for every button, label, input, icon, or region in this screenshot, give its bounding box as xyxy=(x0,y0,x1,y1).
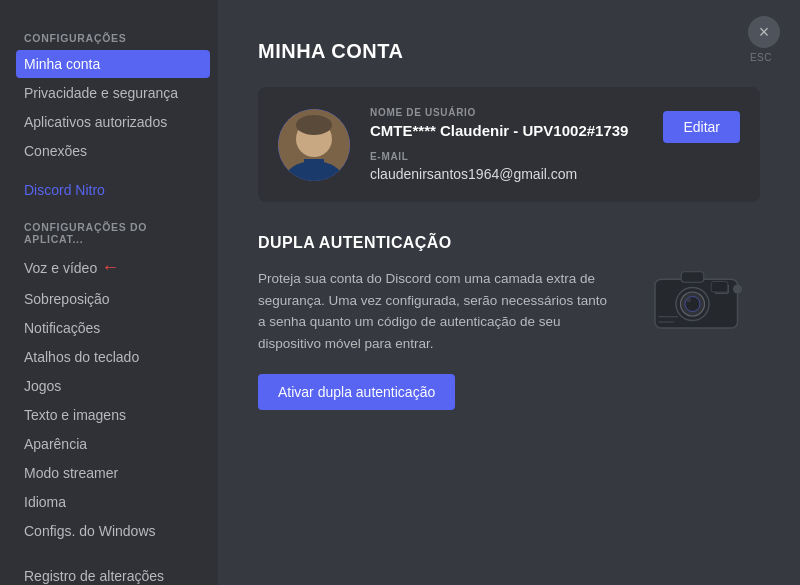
sidebar-section-configuracoes: CONFIGURAÇÕES Minha conta Privacidade e … xyxy=(16,20,210,166)
svg-point-9 xyxy=(687,298,692,303)
sidebar-item-notificacoes[interactable]: Notificações xyxy=(16,314,210,342)
twofa-content: Proteja sua conta do Discord com uma cam… xyxy=(258,268,760,410)
sidebar: CONFIGURAÇÕES Minha conta Privacidade e … xyxy=(0,0,218,585)
sidebar-section-label-configuracoes: CONFIGURAÇÕES xyxy=(16,20,210,48)
camera-illustration xyxy=(640,258,760,338)
avatar xyxy=(278,109,350,181)
svg-point-12 xyxy=(733,285,742,294)
twofa-section: DUPLA AUTENTICAÇÃO Proteja sua conta do … xyxy=(258,234,760,410)
sidebar-item-privacidade[interactable]: Privacidade e segurança xyxy=(16,79,210,107)
twofa-title: DUPLA AUTENTICAÇÃO xyxy=(258,234,760,252)
user-card: NOME DE USUÁRIO CMTE**** Claudenir - UPV… xyxy=(258,87,760,202)
svg-rect-13 xyxy=(711,282,728,293)
sidebar-item-aplicativos[interactable]: Aplicativos autorizados xyxy=(16,108,210,136)
edit-button[interactable]: Editar xyxy=(663,111,740,143)
sidebar-item-idioma[interactable]: Idioma xyxy=(16,488,210,516)
sidebar-item-jogos[interactable]: Jogos xyxy=(16,372,210,400)
sidebar-item-texto-imagens[interactable]: Texto e imagens xyxy=(16,401,210,429)
sidebar-item-atalhos[interactable]: Atalhos do teclado xyxy=(16,343,210,371)
sidebar-item-minha-conta[interactable]: Minha conta xyxy=(16,50,210,78)
main-content: × ESC MINHA CONTA NOME DE USUÁRIO CMTE**… xyxy=(218,0,800,585)
sidebar-item-configs-windows[interactable]: Configs. do Windows xyxy=(16,517,210,545)
sidebar-item-conexoes[interactable]: Conexões xyxy=(16,137,210,165)
sidebar-item-registro[interactable]: Registro de alterações xyxy=(16,562,210,585)
sidebar-item-modo-streamer[interactable]: Modo streamer xyxy=(16,459,210,487)
svg-point-3 xyxy=(296,115,332,135)
sidebar-item-aparencia[interactable]: Aparência xyxy=(16,430,210,458)
twofa-description: Proteja sua conta do Discord com uma cam… xyxy=(258,268,616,354)
sidebar-section-label-app: CONFIGURAÇÕES DO APLICAT... xyxy=(16,209,210,249)
email-value: claudenirsantos1964@gmail.com xyxy=(370,166,740,182)
sidebar-section-app: CONFIGURAÇÕES DO APLICAT... Voz e vídeo … xyxy=(16,209,210,546)
svg-rect-4 xyxy=(304,159,324,167)
page-title: MINHA CONTA xyxy=(258,40,760,63)
sidebar-item-sobreposicao[interactable]: Sobreposição xyxy=(16,285,210,313)
close-button[interactable]: × xyxy=(748,16,780,48)
svg-rect-10 xyxy=(681,272,704,283)
arrow-icon: ← xyxy=(101,257,119,278)
twofa-text-block: Proteja sua conta do Discord com uma cam… xyxy=(258,268,616,410)
activate-2fa-button[interactable]: Ativar dupla autenticação xyxy=(258,374,455,410)
avatar-image xyxy=(278,109,350,181)
sidebar-item-voz-video[interactable]: Voz e vídeo ← xyxy=(16,251,210,284)
sidebar-item-discord-nitro[interactable]: Discord Nitro xyxy=(16,176,210,204)
email-label: E-MAIL xyxy=(370,151,740,162)
esc-label: ESC xyxy=(750,52,772,63)
